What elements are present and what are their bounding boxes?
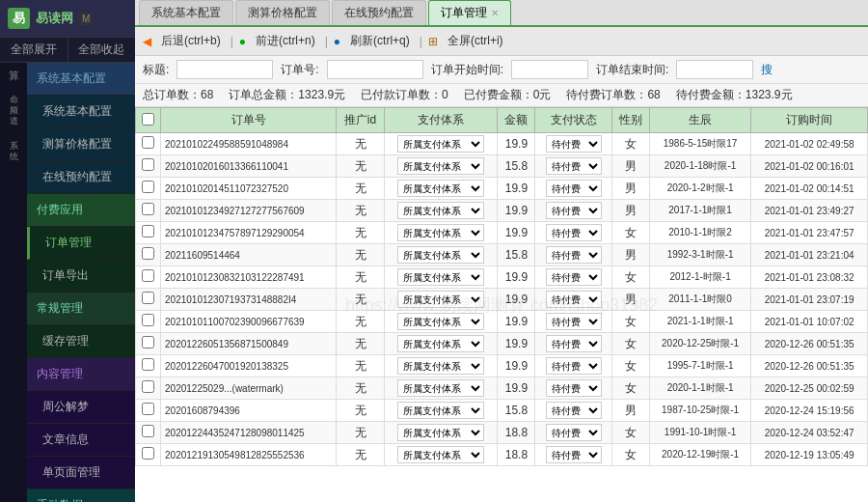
row-pay-sys[interactable]: 所属支付体系 支付宝 微信 xyxy=(385,244,498,266)
sidebar-item-price-config[interactable]: 测算价格配置 xyxy=(27,128,135,161)
row-select-checkbox[interactable] xyxy=(142,447,154,460)
pay-status-select[interactable]: 待付费 已付费 xyxy=(546,202,602,219)
row-pay-sys[interactable]: 所属支付体系 支付宝 微信 xyxy=(385,155,498,178)
row-select-checkbox[interactable] xyxy=(142,136,154,149)
row-pay-sys[interactable]: 所属支付体系 支付宝 微信 xyxy=(385,222,498,244)
row-checkbox[interactable] xyxy=(136,178,161,200)
pay-sys-select[interactable]: 所属支付体系 支付宝 微信 xyxy=(397,135,484,153)
pay-sys-select[interactable]: 所属支付体系 支付宝 微信 xyxy=(397,291,484,308)
tab-order-mgmt-close[interactable]: ✕ xyxy=(491,8,499,18)
row-checkbox[interactable] xyxy=(136,289,161,311)
row-pay-status[interactable]: 待付费 已付费 xyxy=(535,444,611,466)
pay-sys-select[interactable]: 所属支付体系 支付宝 微信 xyxy=(397,379,484,397)
sidebar-icon-sys[interactable]: 系统 xyxy=(0,135,27,168)
sidebar-item-manual-data[interactable]: 手动数据 xyxy=(27,489,135,502)
select-all-checkbox[interactable] xyxy=(142,113,154,126)
row-select-checkbox[interactable] xyxy=(142,158,154,171)
row-select-checkbox[interactable] xyxy=(142,181,154,193)
sidebar-item-payment-app[interactable]: 付费应用 xyxy=(27,194,135,227)
pay-sys-select[interactable]: 所属支付体系 支付宝 微信 xyxy=(397,446,484,463)
pay-sys-select[interactable]: 所属支付体系 支付宝 微信 xyxy=(397,313,484,330)
row-pay-status[interactable]: 待付费 已付费 xyxy=(535,289,611,311)
row-select-checkbox[interactable] xyxy=(142,336,154,349)
row-checkbox[interactable] xyxy=(136,222,161,244)
row-pay-sys[interactable]: 所属支付体系 支付宝 微信 xyxy=(385,377,498,400)
row-pay-status[interactable]: 待付费 已付费 xyxy=(535,200,611,222)
order-input[interactable] xyxy=(327,60,423,79)
row-select-checkbox[interactable] xyxy=(142,403,154,415)
row-pay-status[interactable]: 待付费 已付费 xyxy=(535,377,611,400)
row-pay-sys[interactable]: 所属支付体系 支付宝 微信 xyxy=(385,333,498,355)
row-checkbox[interactable] xyxy=(136,400,161,422)
title-input[interactable] xyxy=(176,60,273,79)
row-checkbox[interactable] xyxy=(136,422,161,444)
row-pay-sys[interactable]: 所属支付体系 支付宝 微信 xyxy=(385,311,498,333)
pay-sys-select[interactable]: 所属支付体系 支付宝 微信 xyxy=(397,268,484,286)
row-select-checkbox[interactable] xyxy=(142,225,154,237)
sidebar-item-single-page[interactable]: 单页面管理 xyxy=(27,457,135,489)
pay-sys-select[interactable]: 所属支付体系 支付宝 微信 xyxy=(397,424,484,441)
pay-status-select[interactable]: 待付费 已付费 xyxy=(546,157,602,175)
sidebar-item-order-export[interactable]: 订单导出 xyxy=(27,260,135,293)
row-select-checkbox[interactable] xyxy=(142,269,154,282)
sidebar-item-booking-config[interactable]: 在线预约配置 xyxy=(27,161,135,194)
row-checkbox[interactable] xyxy=(136,444,161,466)
pay-status-select[interactable]: 待付费 已付费 xyxy=(546,379,602,397)
row-pay-sys[interactable]: 所属支付体系 支付宝 微信 xyxy=(385,178,498,200)
row-select-checkbox[interactable] xyxy=(142,358,154,371)
row-checkbox[interactable] xyxy=(136,355,161,377)
row-pay-status[interactable]: 待付费 已付费 xyxy=(535,311,611,333)
pay-status-select[interactable]: 待付费 已付费 xyxy=(546,135,602,153)
pay-status-select[interactable]: 待付费 已付费 xyxy=(546,268,602,286)
row-select-checkbox[interactable] xyxy=(142,292,154,304)
pay-status-select[interactable]: 待付费 已付费 xyxy=(546,224,602,241)
forward-button[interactable]: 前进(ctrl+n) xyxy=(252,31,319,51)
sidebar-icon-calc[interactable]: 算 xyxy=(0,63,27,89)
row-pay-sys[interactable]: 所属支付体系 支付宝 微信 xyxy=(385,200,498,222)
pay-status-select[interactable]: 待付费 已付费 xyxy=(546,402,602,419)
sidebar-item-order-mgmt[interactable]: 订单管理 xyxy=(27,227,135,260)
row-pay-sys[interactable]: 所属支付体系 支付宝 微信 xyxy=(385,400,498,422)
row-pay-status[interactable]: 待付费 已付费 xyxy=(535,178,611,200)
pay-status-select[interactable]: 待付费 已付费 xyxy=(546,424,602,441)
sidebar-icon-freq[interactable]: 命频道 xyxy=(0,89,27,131)
pay-status-select[interactable]: 待付费 已付费 xyxy=(546,291,602,308)
search-trigger[interactable]: 搜 xyxy=(761,62,773,78)
sidebar-item-content-mgmt[interactable]: 内容管理 xyxy=(27,358,135,391)
row-select-checkbox[interactable] xyxy=(142,314,154,326)
row-checkbox[interactable] xyxy=(136,266,161,289)
row-select-checkbox[interactable] xyxy=(142,425,154,437)
start-time-input[interactable] xyxy=(511,60,588,79)
row-pay-status[interactable]: 待付费 已付费 xyxy=(535,266,611,289)
tab-order-mgmt[interactable]: 订单管理 ✕ xyxy=(428,0,511,25)
row-pay-sys[interactable]: 所属支付体系 支付宝 微信 xyxy=(385,444,498,466)
pay-sys-select[interactable]: 所属支付体系 支付宝 微信 xyxy=(397,157,484,175)
collapse-all-btn[interactable]: 全部收起 xyxy=(68,38,136,62)
row-select-checkbox[interactable] xyxy=(142,203,154,215)
row-select-checkbox[interactable] xyxy=(142,247,154,260)
row-pay-sys[interactable]: 所属支付体系 支付宝 微信 xyxy=(385,355,498,377)
end-time-input[interactable] xyxy=(676,60,753,79)
row-checkbox[interactable] xyxy=(136,133,161,155)
sidebar-item-dreams[interactable]: 周公解梦 xyxy=(27,391,135,424)
pay-sys-select[interactable]: 所属支付体系 支付宝 微信 xyxy=(397,357,484,375)
pay-sys-select[interactable]: 所属支付体系 支付宝 微信 xyxy=(397,402,484,419)
row-pay-sys[interactable]: 所属支付体系 支付宝 微信 xyxy=(385,422,498,444)
pay-sys-select[interactable]: 所属支付体系 支付宝 微信 xyxy=(397,335,484,352)
pay-status-select[interactable]: 待付费 已付费 xyxy=(546,335,602,352)
row-select-checkbox[interactable] xyxy=(142,380,154,393)
row-pay-status[interactable]: 待付费 已付费 xyxy=(535,355,611,377)
pay-status-select[interactable]: 待付费 已付费 xyxy=(546,357,602,375)
pay-sys-select[interactable]: 所属支付体系 支付宝 微信 xyxy=(397,180,484,197)
sidebar-item-sys-config[interactable]: 系统基本配置 xyxy=(27,63,135,96)
row-checkbox[interactable] xyxy=(136,244,161,266)
pay-sys-select[interactable]: 所属支付体系 支付宝 微信 xyxy=(397,224,484,241)
fullscreen-button[interactable]: 全屏(ctrl+i) xyxy=(444,31,507,51)
row-pay-status[interactable]: 待付费 已付费 xyxy=(535,155,611,178)
pay-sys-select[interactable]: 所属支付体系 支付宝 微信 xyxy=(397,202,484,219)
row-checkbox[interactable] xyxy=(136,377,161,400)
back-button[interactable]: 后退(ctrl+b) xyxy=(157,31,225,51)
expand-all-btn[interactable]: 全部展开 xyxy=(0,38,68,62)
sidebar-item-regular-mgmt[interactable]: 常规管理 xyxy=(27,293,135,325)
row-checkbox[interactable] xyxy=(136,200,161,222)
